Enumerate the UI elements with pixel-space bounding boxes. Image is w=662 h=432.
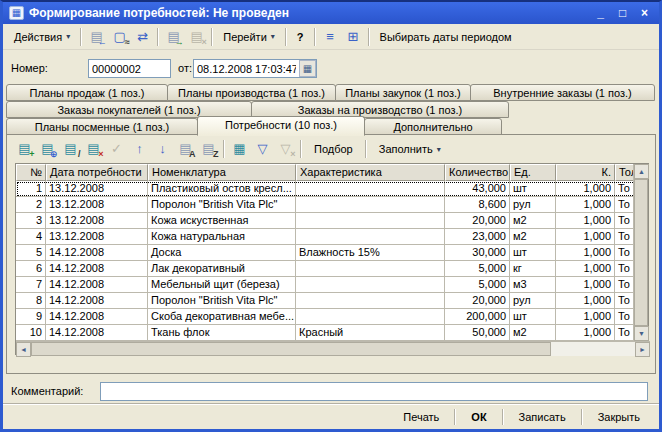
cell-item[interactable]: Мебельный щит (береза) [148, 277, 296, 293]
cell-unit[interactable]: м2 [510, 213, 556, 229]
add-row-button[interactable]: ▤ + [13, 139, 36, 160]
cell-quantity[interactable]: 5,000 [445, 277, 510, 293]
cell-characteristic[interactable] [296, 229, 445, 245]
column-header-date[interactable]: Дата потребности [46, 164, 148, 181]
column-header-characteristic[interactable]: Характеристика [296, 164, 445, 181]
column-header-item[interactable]: Номенклатура [148, 164, 296, 181]
column-header-unit[interactable]: Ед. [510, 164, 556, 181]
table-row[interactable]: 4 13.12.2008 Кожа натуральная 23,000 м2 … [16, 229, 648, 245]
horizontal-scrollbar[interactable]: ◄ ► [16, 341, 650, 356]
tab-shift-plans[interactable]: Планы посменные (1 поз.) [6, 118, 198, 135]
cell-number[interactable]: 5 [16, 245, 46, 261]
cell-item[interactable]: Лак декоративный [148, 261, 296, 277]
tab-production-plans[interactable]: Планы производства (1 поз.) [167, 84, 336, 101]
cell-quantity[interactable]: 43,000 [445, 181, 510, 197]
cell-item[interactable]: Кожа искуственная [148, 213, 296, 229]
actions-menu-button[interactable]: Действия ▾ [7, 27, 77, 47]
document-movements-button[interactable]: ▢ ≈ [108, 26, 131, 47]
cell-k[interactable]: 1,000 [556, 309, 615, 325]
cell-number[interactable]: 1 [16, 181, 46, 197]
cell-quantity[interactable]: 200,000 [445, 309, 510, 325]
unpost-document-button[interactable]: ▤ × [185, 26, 208, 47]
cell-item[interactable]: Поролон "British Vita Plc" [148, 293, 296, 309]
column-header-truncated[interactable]: Тол [615, 164, 635, 181]
edit-row-button[interactable]: ▤ / [59, 139, 82, 160]
cell-k[interactable]: 1,000 [556, 277, 615, 293]
cell-quantity[interactable]: 5,000 [445, 261, 510, 277]
cell-characteristic[interactable] [296, 181, 445, 197]
tab-requirements[interactable]: Потребности (10 поз.) [197, 116, 365, 136]
cell-item[interactable]: Доска [148, 245, 296, 261]
table-row[interactable]: 3 13.12.2008 Кожа искуственная 20,000 м2… [16, 213, 648, 229]
cell-item[interactable]: Скоба декоративная мебе... [148, 309, 296, 325]
cell-item[interactable]: Кожа натуральная [148, 229, 296, 245]
sort-ascending-button[interactable]: ▤ A [174, 139, 197, 160]
cell-number[interactable]: 3 [16, 213, 46, 229]
vscroll-thumb[interactable] [634, 179, 648, 326]
hscroll-thumb[interactable] [31, 342, 551, 356]
vertical-scrollbar[interactable]: ▲ ▼ [633, 164, 648, 341]
fill-menu-button[interactable]: Заполнить ▾ [370, 139, 450, 159]
cell-unit[interactable]: м2 [510, 229, 556, 245]
cell-date[interactable]: 14.12.2008 [46, 293, 148, 309]
cell-characteristic[interactable] [296, 309, 445, 325]
cell-truncated[interactable]: То [615, 229, 635, 245]
cell-truncated[interactable]: То [615, 261, 635, 277]
cell-characteristic[interactable] [296, 261, 445, 277]
cell-number[interactable]: 2 [16, 197, 46, 213]
list-settings-button[interactable]: ≡ [319, 26, 342, 47]
column-header-k[interactable]: К. [556, 164, 615, 181]
scroll-down-button[interactable]: ▼ [634, 326, 649, 341]
close-button[interactable]: × [636, 6, 653, 20]
cell-date[interactable]: 14.12.2008 [46, 245, 148, 261]
commit-row-button[interactable]: ✓ [105, 139, 128, 160]
table-row[interactable]: 6 14.12.2008 Лак декоративный 5,000 кг 1… [16, 261, 648, 277]
tab-internal-orders[interactable]: Внутренние заказы (1 поз.) [470, 84, 655, 101]
cell-unit[interactable]: рул [510, 293, 556, 309]
table-row[interactable]: 8 14.12.2008 Поролон "British Vita Plc" … [16, 293, 648, 309]
datetime-input[interactable] [194, 62, 299, 76]
cell-item[interactable]: Поролон "British Vita Plc" [148, 197, 296, 213]
cell-number[interactable]: 9 [16, 309, 46, 325]
grid-settings-button[interactable]: ▦ [228, 139, 251, 160]
scroll-up-button[interactable]: ▲ [634, 164, 649, 179]
cell-date[interactable]: 14.12.2008 [46, 277, 148, 293]
cell-characteristic[interactable] [296, 213, 445, 229]
cell-unit[interactable]: рул [510, 197, 556, 213]
cell-date[interactable]: 14.12.2008 [46, 309, 148, 325]
clear-filter-button[interactable]: ▽ × [274, 139, 297, 160]
goto-menu-button[interactable]: Перейти ▾ [216, 27, 282, 47]
cell-truncated[interactable]: То [615, 197, 635, 213]
tab-additional[interactable]: Дополнительно [364, 118, 502, 135]
cell-number[interactable]: 8 [16, 293, 46, 309]
cell-quantity[interactable]: 23,000 [445, 229, 510, 245]
cell-item[interactable]: Ткань флок [148, 325, 296, 341]
cell-truncated[interactable]: То [615, 213, 635, 229]
tab-sales-plans[interactable]: Планы продаж (1 поз.) [6, 84, 168, 101]
cell-quantity[interactable]: 20,000 [445, 213, 510, 229]
maximize-button[interactable]: □ [614, 6, 631, 20]
cell-truncated[interactable]: То [615, 245, 635, 261]
cell-quantity[interactable]: 30,000 [445, 245, 510, 261]
table-row[interactable]: 9 14.12.2008 Скоба декоративная мебе... … [16, 309, 648, 325]
cell-truncated[interactable]: То [615, 181, 635, 197]
cell-quantity[interactable]: 8,600 [445, 197, 510, 213]
select-dates-button[interactable]: Выбирать даты периодом [373, 27, 519, 47]
cell-unit[interactable]: м3 [510, 277, 556, 293]
exchange-button[interactable]: ⇄ [131, 26, 154, 47]
reread-button[interactable]: ▤ ← [85, 26, 108, 47]
cell-k[interactable]: 1,000 [556, 229, 615, 245]
cell-characteristic[interactable]: Влажность 15% [296, 245, 445, 261]
cell-date[interactable]: 13.12.2008 [46, 197, 148, 213]
cell-number[interactable]: 6 [16, 261, 46, 277]
tab-purchase-plans[interactable]: Планы закупок (1 поз.) [335, 84, 471, 101]
cell-date[interactable]: 13.12.2008 [46, 213, 148, 229]
cell-truncated[interactable]: То [615, 325, 635, 341]
cell-k[interactable]: 1,000 [556, 261, 615, 277]
comment-input[interactable] [100, 382, 648, 401]
write-button[interactable]: Записать [506, 407, 579, 427]
cell-characteristic[interactable] [296, 277, 445, 293]
cell-k[interactable]: 1,000 [556, 325, 615, 341]
number-input[interactable] [88, 59, 171, 78]
table-row[interactable]: 10 14.12.2008 Ткань флок Красный 50,000 … [16, 325, 648, 341]
